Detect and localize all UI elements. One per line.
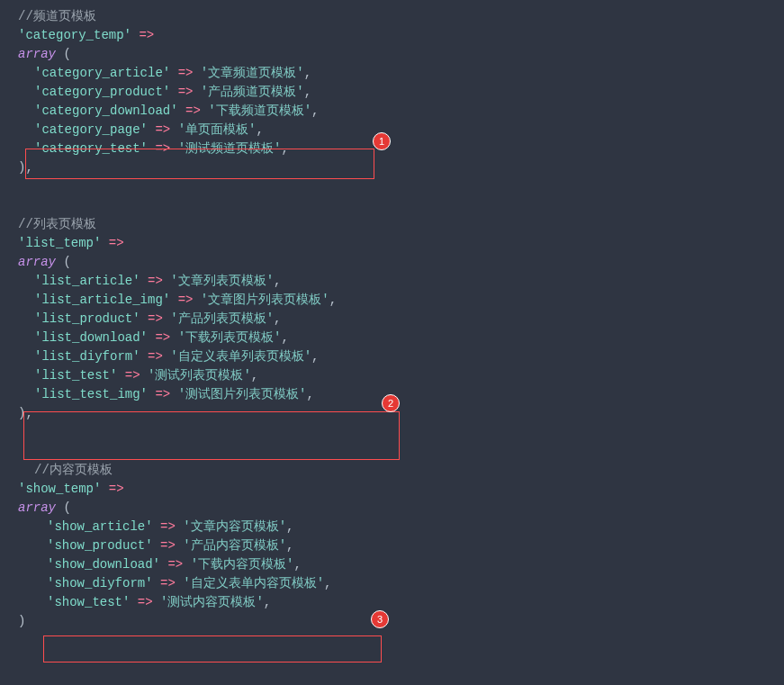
array-key-line: 'category_temp' => [2,26,782,45]
array-open-line: array ( [2,499,782,518]
array-item: 'list_test_img' => '测试图片列表页模板', [2,385,782,404]
array-key-line: 'list_temp' => [2,234,782,253]
array-close-line: ), [2,404,782,423]
blank-line [2,423,782,442]
array-close-line: ), [2,158,782,177]
array-item: 'show_product' => '产品内容页模板', [2,536,782,555]
array-item: 'list_download' => '下载列表页模板', [2,329,782,347]
blank-line [2,442,782,461]
array-item: 'category_page' => '单页面模板', [2,121,782,140]
array-open-line: array ( [2,45,782,64]
array-item: 'category_article' => '文章频道页模板', [2,64,782,83]
array-item: 'show_download' => '下载内容页模板', [2,555,782,574]
comment-line: //内容页模板 [2,461,782,480]
code-editor: //频道页模板 'category_temp' => array ( 'cate… [2,7,782,631]
comment-line: //列表页模板 [2,215,782,234]
array-key-line: 'show_temp' => [2,480,782,499]
array-item: 'show_test' => '测试内容页模板', [2,593,782,612]
blank-line [2,196,782,215]
comment-line: //频道页模板 [2,7,782,26]
array-item: 'list_article' => '文章列表页模板', [2,272,782,291]
annotation-box-3 [43,635,382,662]
blank-line [2,177,782,196]
array-item: 'list_diyform' => '自定义表单列表页模板', [2,347,782,366]
array-item: 'show_article' => '文章内容页模板', [2,518,782,536]
array-item: 'category_download' => '下载频道页模板', [2,102,782,121]
array-item: 'list_product' => '产品列表页模板', [2,310,782,329]
array-item: 'category_test' => '测试频道页模板', [2,140,782,158]
array-item: 'list_test' => '测试列表页模板', [2,366,782,385]
array-item: 'show_diyform' => '自定义表单内容页模板', [2,574,782,593]
array-item: 'list_article_img' => '文章图片列表页模板', [2,291,782,310]
array-item: 'category_product' => '产品频道页模板', [2,83,782,102]
array-open-line: array ( [2,253,782,272]
array-close-line: ) [2,612,782,631]
